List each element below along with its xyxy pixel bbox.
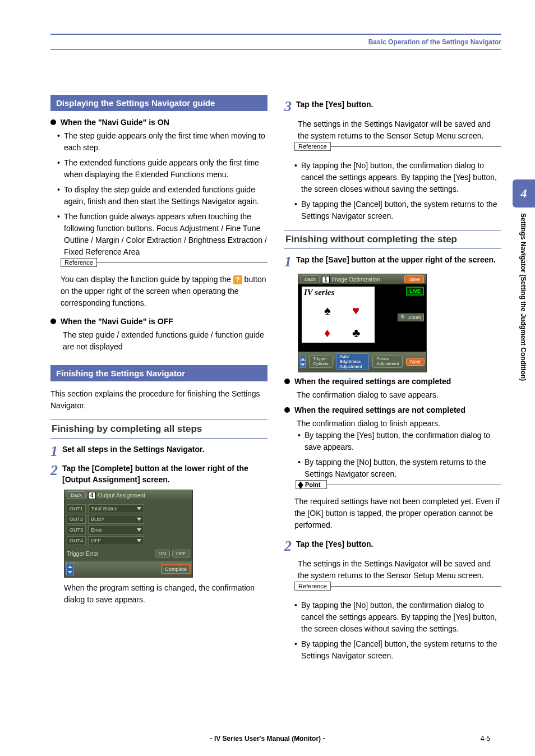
image-optimization-screenshot: Back 1 Image Optimization Save IV series… <box>298 274 427 372</box>
output-assignment-screenshot: Back 4 Output Assignment OUT1Total Statu… <box>64 490 193 578</box>
point-label: Point <box>296 480 327 489</box>
diamond-icon: ♦ <box>324 326 330 340</box>
footer-text: - IV Series User's Manual (Monitor) - <box>210 735 325 743</box>
navi-off-body: The step guide / extended functions guid… <box>63 329 268 353</box>
navi-on-heading: When the "Navi Guide" is ON <box>61 118 169 127</box>
subsection-without-completing: Finishing without completing the step <box>284 230 501 249</box>
reference-body: You can display the function guide by ta… <box>61 274 268 309</box>
ss-next-button: Next <box>406 358 425 366</box>
step-3-body: The settings in the Settings Navigator w… <box>298 118 501 142</box>
r-step-2-body: The settings in the Settings Navigator w… <box>298 558 501 582</box>
bullet-icon <box>50 119 56 125</box>
r-step-2-heading: Tap the [Yes] button. <box>296 539 373 550</box>
r-step-1-heading: Tap the [Save] button at the upper right… <box>296 255 496 266</box>
bullet-icon <box>284 379 290 384</box>
step-number-1: 1 <box>284 255 292 269</box>
ss-zoom-button: 🔍 Zoom <box>398 314 424 321</box>
step-3-heading: Tap the [Yes] button. <box>296 99 373 110</box>
req-done-body: The confirmation dialog to save appears. <box>297 389 501 401</box>
step-2-heading: Tap the [Complete] button at the lower r… <box>62 463 268 485</box>
ss-step-number: 4 <box>88 492 96 499</box>
point-body: The required settings have not been comp… <box>294 496 501 531</box>
reference-item: By tapping the [No] button, the confirma… <box>301 600 501 635</box>
ss-step-number: 1 <box>322 276 330 283</box>
bullet-icon <box>284 407 290 413</box>
step-number-1: 1 <box>50 444 58 459</box>
reference-label: Reference <box>294 582 331 591</box>
help-icon: ? <box>233 275 242 284</box>
ss-complete-button: Complete <box>161 564 191 574</box>
ss-title: Output Assignment <box>98 492 146 499</box>
chapter-tab-number: 4 <box>513 179 535 208</box>
navi-on-item: The step guide appears only the first ti… <box>64 130 268 154</box>
navi-on-item: The function guide always appears when t… <box>64 211 268 258</box>
step-number-2: 2 <box>50 463 58 478</box>
ss-focus-button: Focus Adjustment <box>372 356 403 368</box>
reference-item: By tapping the [Cancel] button, the syst… <box>301 199 501 222</box>
reference-label: Reference <box>61 258 97 267</box>
page-number: 4-5 <box>481 735 490 743</box>
reference-item: By tapping the [Cancel] button, the syst… <box>301 638 501 662</box>
reference-item: By tapping the [No] button, the confirma… <box>301 160 501 195</box>
req-not-heading: When the required settings are not compl… <box>294 405 465 414</box>
ss-save-button: Save <box>404 275 424 283</box>
ss-iv-card: IV series ♠ ♥ ♦ ♣ <box>302 287 375 343</box>
req-not-body: The confirmation dialog to finish appear… <box>297 418 501 430</box>
ss-back-button: Back <box>301 275 320 283</box>
subsection-all-steps: Finishing by completing all steps <box>50 420 268 439</box>
navi-off-heading: When the "Navi Guide" is OFF <box>61 317 173 326</box>
step-1-heading: Set all steps in the Settings Navigator. <box>62 444 205 455</box>
ss-auto-button: Auto Brightness Adjustment <box>336 353 370 370</box>
ss-live-badge: LIVE <box>406 287 424 296</box>
ss-updown-icon <box>66 563 74 575</box>
heart-icon: ♥ <box>352 303 359 318</box>
finishing-intro: This section explains the procedure for … <box>50 388 268 412</box>
bullet-icon <box>50 319 56 324</box>
step-2-body: When the program setting is changed, the… <box>64 582 268 606</box>
step-number-3: 3 <box>284 99 292 114</box>
section-displaying-guide: Displaying the Settings Navigator guide <box>50 95 268 111</box>
section-finishing-navigator: Finishing the Settings Navigator <box>50 365 268 381</box>
spade-icon: ♠ <box>324 303 331 318</box>
navi-on-item: To display the step guide and extended f… <box>64 184 268 208</box>
club-icon: ♣ <box>352 326 360 340</box>
reference-label: Reference <box>294 142 331 151</box>
ss-trigger-button: Trigger Options <box>309 356 333 368</box>
chapter-tab-text: Settings Navigator (Setting the Judgment… <box>513 208 534 477</box>
navi-on-item: The extended functions guide appears onl… <box>64 157 268 181</box>
req-not-item: By tapping the [No] button, the system r… <box>305 457 501 480</box>
running-header: Basic Operation of the Settings Navigato… <box>50 38 501 46</box>
step-number-2: 2 <box>284 539 292 554</box>
ss-title: Image Optimization <box>332 276 380 283</box>
ss-back-button: Back <box>67 491 86 499</box>
req-not-item: By tapping the [Yes] button, the confirm… <box>305 430 501 453</box>
req-done-heading: When the required settings are completed <box>294 377 451 386</box>
ss-updown-icon <box>300 356 306 368</box>
